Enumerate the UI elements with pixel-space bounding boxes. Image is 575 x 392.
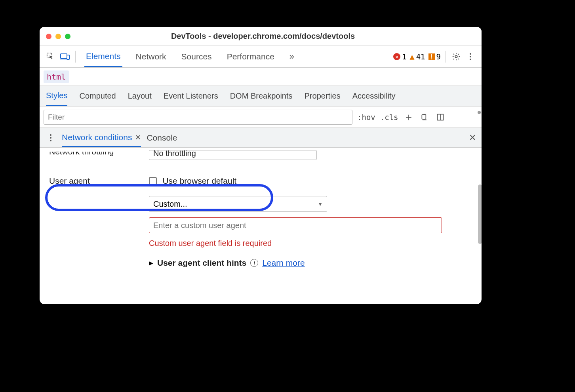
tab-sources[interactable]: Sources xyxy=(180,46,213,67)
close-tab-icon[interactable]: ✕ xyxy=(135,133,141,142)
toolbar-divider xyxy=(75,51,76,63)
info-icon: ! xyxy=(428,53,435,60)
warning-icon: ▲ xyxy=(410,52,415,61)
inspect-element-icon[interactable] xyxy=(45,51,56,62)
drawer-tab-network-conditions[interactable]: Network conditions ✕ xyxy=(62,128,141,147)
client-hints-label: User agent client hints xyxy=(157,258,246,268)
hov-toggle[interactable]: :hov xyxy=(357,113,375,122)
dropdown-icon: ▼ xyxy=(318,201,323,207)
styles-filter-row: :hov .cls ＋ xyxy=(40,107,482,128)
subtab-computed[interactable]: Computed xyxy=(79,86,116,106)
user-agent-label: User agent xyxy=(47,176,149,186)
info-count: 9 xyxy=(436,52,441,61)
user-agent-select[interactable]: Custom... ▼ xyxy=(149,196,327,212)
cls-toggle[interactable]: .cls xyxy=(380,113,398,122)
subtab-accessibility[interactable]: Accessibility xyxy=(352,86,396,106)
settings-icon[interactable] xyxy=(451,51,462,62)
drawer-tab-console[interactable]: Console xyxy=(147,128,177,147)
more-tabs-button[interactable]: » xyxy=(288,46,296,67)
select-value: Custom... xyxy=(153,200,187,209)
subtab-dom-breakpoints[interactable]: DOM Breakpoints xyxy=(230,86,293,106)
scrollbar-top-marker xyxy=(478,111,481,114)
expand-icon[interactable]: ▶ xyxy=(149,260,153,266)
learn-more-link[interactable]: Learn more xyxy=(262,258,305,268)
tab-network[interactable]: Network xyxy=(134,46,168,67)
main-tabs: Elements Network Sources Performance » xyxy=(84,46,296,67)
toolbar-divider xyxy=(446,51,446,63)
device-toolbar-icon[interactable] xyxy=(59,51,70,62)
new-style-rule-icon[interactable]: ＋ xyxy=(403,112,414,123)
breadcrumb-html[interactable]: html xyxy=(44,70,69,83)
user-agent-section: User agent Use browser default Custom...… xyxy=(47,172,474,284)
error-badge[interactable]: ✕ 1 xyxy=(393,52,406,61)
svg-rect-4 xyxy=(422,114,426,119)
error-icon: ✕ xyxy=(393,53,400,60)
devtools-window: DevTools - developer.chrome.com/docs/dev… xyxy=(40,27,482,304)
kebab-menu-icon[interactable] xyxy=(465,51,476,62)
drawer-tabs: Network conditions ✕ Console ✕ xyxy=(40,128,482,148)
main-toolbar: Elements Network Sources Performance » ✕… xyxy=(40,46,482,68)
vertical-scrollbar[interactable] xyxy=(478,185,482,244)
svg-point-3 xyxy=(455,55,457,58)
user-agent-row: User agent Use browser default xyxy=(47,172,474,190)
issue-counters[interactable]: ✕ 1 ▲ 41 ! 9 xyxy=(393,52,441,61)
network-conditions-panel: Network throttling No throttling User ag… xyxy=(40,148,482,291)
styles-filter-input[interactable] xyxy=(44,110,352,125)
subtab-event-listeners[interactable]: Event Listeners xyxy=(164,86,218,106)
window-title: DevTools - developer.chrome.com/docs/dev… xyxy=(51,32,475,41)
drawer-tab-label: Console xyxy=(147,133,177,143)
network-throttling-row: Network throttling No throttling xyxy=(47,148,474,165)
tab-performance[interactable]: Performance xyxy=(225,46,276,67)
network-throttling-select[interactable]: No throttling xyxy=(149,150,317,160)
info-badge[interactable]: ! 9 xyxy=(428,52,441,61)
subtab-styles[interactable]: Styles xyxy=(46,86,67,106)
subtab-layout[interactable]: Layout xyxy=(128,86,152,106)
computed-sidebar-icon[interactable] xyxy=(435,112,446,123)
warning-count: 41 xyxy=(416,52,425,61)
tab-elements[interactable]: Elements xyxy=(84,46,122,67)
drawer-tab-label: Network conditions xyxy=(62,133,132,142)
close-drawer-icon[interactable]: ✕ xyxy=(469,133,476,143)
info-icon[interactable]: i xyxy=(250,259,258,267)
svg-rect-2 xyxy=(67,55,69,59)
copy-styles-icon[interactable] xyxy=(419,112,430,123)
custom-user-agent-input[interactable] xyxy=(149,217,442,233)
use-browser-default-label: Use browser default xyxy=(162,176,236,185)
subtab-properties[interactable]: Properties xyxy=(305,86,341,106)
client-hints-row: ▶ User agent client hints i Learn more xyxy=(149,258,474,268)
elements-subtabs: Styles Computed Layout Event Listeners D… xyxy=(40,86,482,107)
use-browser-default-checkbox[interactable] xyxy=(149,177,157,185)
warning-badge[interactable]: ▲ 41 xyxy=(410,52,425,61)
svg-rect-1 xyxy=(61,54,67,58)
network-throttling-label: Network throttling xyxy=(47,152,149,159)
titlebar: DevTools - developer.chrome.com/docs/dev… xyxy=(40,27,482,46)
drawer-kebab-icon[interactable] xyxy=(45,132,56,143)
user-agent-error: Custom user agent field is required xyxy=(149,239,474,248)
error-count: 1 xyxy=(402,52,406,61)
dom-breadcrumb: html xyxy=(40,68,482,86)
